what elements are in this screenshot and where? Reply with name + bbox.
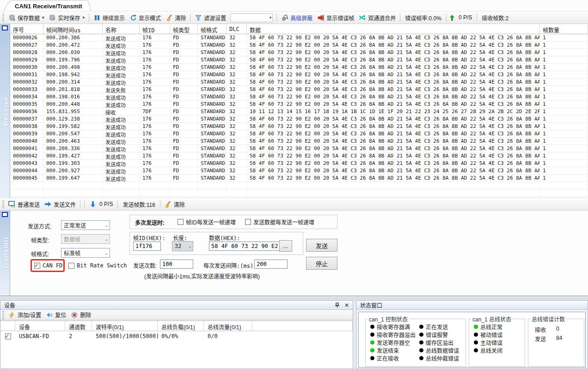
tab-can1-receive-transmit[interactable]: CAN1 Receive/Transmit xyxy=(4,1,91,11)
device-checkbox[interactable] xyxy=(5,333,11,339)
pin-icon[interactable] xyxy=(334,302,341,309)
column-header[interactable]: 帧数量 xyxy=(540,24,588,34)
send-times-input[interactable] xyxy=(160,260,193,269)
frame-format-value: 标准帧 xyxy=(64,249,80,257)
cell-dlc: 32 xyxy=(227,115,247,122)
length-combo[interactable]: 32⌄ xyxy=(172,241,193,251)
table-row[interactable]: 00000032000.200.314发送成功176FDSTANDARD3258… xyxy=(10,79,588,86)
column-header[interactable]: 序号 xyxy=(10,24,43,34)
checkbox-unchecked-icon[interactable] xyxy=(68,263,74,269)
table-row[interactable]: 00000029000.199.796发送成功176FDSTANDARD3258… xyxy=(10,56,588,64)
device-panel-titlebar[interactable]: 设备 ✕ xyxy=(0,301,353,310)
column-header[interactable]: DLC xyxy=(227,24,247,34)
table-row[interactable]: 00000027000.200.472发送成功176FDSTANDARD3258… xyxy=(10,42,588,49)
table-row[interactable]: 00000044000.200.927发送成功176FDSTANDARD3258… xyxy=(10,167,588,175)
send-interval-input[interactable] xyxy=(254,260,288,269)
chevron-down-icon[interactable]: ▾ xyxy=(42,15,44,20)
table-row[interactable]: 00000038000.199.582发送成功176FDSTANDARD3258… xyxy=(10,123,588,130)
receive-side-tab[interactable]: Receive xyxy=(0,24,10,198)
column-header[interactable]: 帧类型 xyxy=(170,24,198,34)
continue-display-button[interactable]: 继续显示 xyxy=(91,12,127,23)
column-header[interactable]: 通道数 xyxy=(65,321,92,331)
display-mode-button[interactable]: 显示模式 xyxy=(127,12,163,23)
toolbar-grip[interactable] xyxy=(2,200,4,208)
table-row[interactable]: 00000042000.199.427发送成功176FDSTANDARD3258… xyxy=(10,152,588,160)
table-row[interactable]: 00000045000.199.647发送成功176FDSTANDARD3258… xyxy=(10,175,588,182)
reset-device-button[interactable]: 复位 xyxy=(43,309,68,320)
frame-id-input[interactable] xyxy=(133,242,161,251)
clear-receive-button[interactable]: 清除 xyxy=(163,12,188,23)
show-error-frames-button[interactable]: 显示错误帧 xyxy=(315,12,356,23)
realtime-save-button[interactable]: 实时保存 ▾ xyxy=(47,12,87,23)
column-header[interactable]: 名称 xyxy=(103,24,140,34)
table-row[interactable]: 00000033000.201.818发送失败176FDSTANDARD3258… xyxy=(10,86,588,93)
column-header[interactable]: 帧格式 xyxy=(198,24,227,34)
checkbox-unchecked-icon[interactable] xyxy=(178,219,184,225)
table-row[interactable]: 00000037000.129.238发送成功176FDSTANDARD3258… xyxy=(10,115,588,123)
status-panel-titlebar[interactable]: 状态窗口 xyxy=(356,301,588,310)
inc-frame-id-checkbox[interactable]: 帧ID每发送一帧递增 xyxy=(178,218,236,226)
frame-format-combo[interactable]: 标准帧⌄ xyxy=(61,248,110,258)
can-fd-checkbox[interactable]: CAN FD xyxy=(34,262,62,269)
send-file-button[interactable]: 发送文件 xyxy=(42,199,78,210)
cell-dlc: 32 xyxy=(227,56,247,63)
cell-dlc: 32 xyxy=(227,71,247,78)
cell-id: 176 xyxy=(140,42,170,48)
data-hex-input[interactable] xyxy=(209,242,285,251)
filter-settings-button[interactable]: 滤波设置 xyxy=(192,12,228,23)
checkbox-unchecked-icon[interactable] xyxy=(245,219,251,225)
column-header[interactable]: 波特率(0/1) xyxy=(92,321,158,331)
stop-button[interactable]: 停止 xyxy=(306,257,337,270)
error-count-value: 0 xyxy=(556,326,559,335)
table-row[interactable]: 00000030000.200.498发送成功176FDSTANDARD3258… xyxy=(10,64,588,71)
toolbar-grip[interactable] xyxy=(2,13,4,22)
table-row[interactable]: 00000043000.199.303发送成功176FDSTANDARD3258… xyxy=(10,160,588,167)
chevron-down-icon[interactable]: ▾ xyxy=(83,15,85,20)
column-header[interactable]: 数据 xyxy=(247,24,540,34)
table-row[interactable]: 00000026000.200.386发送成功176FDSTANDARD3258… xyxy=(10,34,588,42)
column-header[interactable]: 总线负载(0/1) xyxy=(158,321,204,331)
add-device-button[interactable]: 添加/设置 xyxy=(6,309,43,320)
table-row[interactable]: 00000031000.198.942发送成功176FDSTANDARD3258… xyxy=(10,71,588,79)
send-file-label: 发送文件 xyxy=(54,200,76,208)
table-row[interactable]: 00000028000.200.030发送成功176FDSTANDARD3258… xyxy=(10,49,588,56)
table-row[interactable]: 00000041000.200.336发送成功176FDSTANDARD3258… xyxy=(10,145,588,152)
transmit-side-tab[interactable]: Transmit xyxy=(0,211,10,296)
show-error-frames-label: 显示错误帧 xyxy=(326,14,354,22)
horizontal-splitter[interactable] xyxy=(0,296,588,300)
bit-rate-switch-checkbox[interactable]: Bit Rate Switch xyxy=(68,262,127,269)
table-row[interactable]: 00000036155.831.955接收7DFFDSTANDARD3210 1… xyxy=(10,108,588,115)
column-header[interactable]: 设备 xyxy=(15,321,65,331)
column-header[interactable]: 帧ID xyxy=(140,24,170,34)
clear-transmit-button[interactable]: 清除 xyxy=(162,199,187,210)
table-row[interactable]: 00000040000.200.463发送成功176FDSTANDARD3258… xyxy=(10,138,588,145)
toolbar-grip[interactable] xyxy=(2,311,4,319)
status-led-item: 总线数据错误 xyxy=(419,346,459,354)
column-header[interactable]: 总线流量(0/1) xyxy=(204,321,252,331)
advanced-mask-button[interactable]: 高级屏蔽 xyxy=(279,12,315,23)
cell-id: 176 xyxy=(140,49,170,56)
data-hex-label: 数据(HEX): xyxy=(209,234,240,242)
inc-data-checkbox[interactable]: 发送数据每发送一帧递增 xyxy=(245,218,314,226)
table-row[interactable]: 00000039000.200.547发送成功176FDSTANDARD3258… xyxy=(10,130,588,138)
table-row[interactable]: 00000034000.198.016发送成功176FDSTANDARD3258… xyxy=(10,93,588,101)
device-row[interactable]: USBCAN-FD 2 500(500)/1000(5000) 0%/0% 0/… xyxy=(0,331,353,341)
cell-data: 58 4F 60 73 22 90 E2 00 20 5A 4E C3 26 8… xyxy=(247,34,540,41)
send-button[interactable]: 发送 xyxy=(306,239,337,252)
send-mode-combo[interactable]: 正常发送⌄ xyxy=(61,220,110,230)
checkbox-checked-icon[interactable] xyxy=(34,263,40,269)
close-icon[interactable]: ✕ xyxy=(344,302,349,309)
cell-interval: 000.200.314 xyxy=(43,79,103,85)
data-more-button[interactable]: … xyxy=(279,240,292,252)
clear-receive-label: 清除 xyxy=(175,14,186,22)
column-header[interactable]: 帧间隔时间us xyxy=(43,24,103,34)
cell-dlc: 32 xyxy=(227,167,247,174)
delete-device-button[interactable]: 删除 xyxy=(68,309,93,320)
cell-data: 58 4F 60 73 22 90 E2 00 20 5A 4E C3 26 8… xyxy=(247,115,540,122)
table-row[interactable]: 00000035000.200.448发送成功176FDSTANDARD3258… xyxy=(10,101,588,108)
save-data-button[interactable]: 保存数据 ▾ xyxy=(6,12,47,23)
dual-channel-merge-button[interactable]: 双通道合并 xyxy=(356,12,398,23)
frame-type-combo[interactable]: 数据帧⌄ xyxy=(61,234,110,244)
filter-preset-combo[interactable]: ▾ xyxy=(230,13,273,22)
normal-send-button[interactable]: 普通发送 xyxy=(6,199,42,210)
